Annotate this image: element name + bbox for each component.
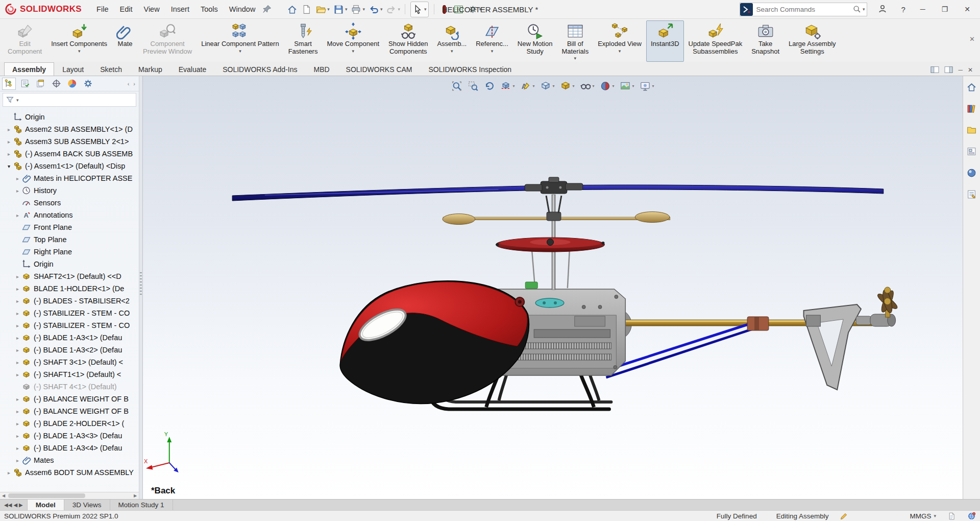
dropdown-caret-icon[interactable]: ▾ [552,84,554,88]
tree-item-annotations-8[interactable]: ▸AAnnotations [0,209,139,221]
move-component-button[interactable]: Move Component▾ [322,20,384,62]
taskpane-custom-properties-button[interactable] [965,187,979,201]
tree-item-balance-weight-of-b-24[interactable]: ▸(-) BALANCE WEIGHT OF B [0,405,139,417]
tree-item-shaft-4-1-default-22[interactable]: (-) SHAFT 4<1> (Default) [0,381,139,393]
panel-tab-propertymanager[interactable] [18,78,32,90]
expand-arrow-icon[interactable]: ▸ [14,286,21,292]
tail-fin[interactable] [804,304,861,390]
tree-item-shaft2-1-default-d-13[interactable]: ▸SHAFT2<1> (Default) <<D [0,270,139,282]
taskpane-file-explorer-button[interactable] [965,123,979,137]
splitter-grip[interactable] [140,272,142,296]
taskpane-view-palette-button[interactable] [965,145,979,158]
tree-horizontal-scrollbar[interactable]: ◀ ▶ [0,492,139,499]
dropdown-caret-icon[interactable]: ▾ [512,84,514,88]
view-orientation-button[interactable]: ▾ [539,80,555,92]
linear-component-pattern-button[interactable]: Linear Component Pattern▾ [197,20,283,62]
smart-fasteners-button[interactable]: SmartFasteners [284,20,323,62]
tree-filter[interactable]: ▾ [3,93,136,107]
new-motion-study-button[interactable]: New MotionStudy [513,20,557,62]
tree-item-shaft1-1-default-21[interactable]: ▸(-) SHAFT1<1> (Default) < [0,368,139,381]
tab-sketch[interactable]: Sketch [92,62,130,76]
expand-arrow-icon[interactable]: ▸ [14,372,21,377]
expand-arrow-icon[interactable]: ▾ [5,163,13,169]
tree-item-origin-12[interactable]: Origin [0,258,139,270]
expand-arrow-icon[interactable]: ▸ [14,445,21,451]
stabilizer-disc[interactable] [496,238,605,252]
tree-item-stabilizer-stem-co-17[interactable]: ▸(-) STABILIZER - STEM - CO [0,319,139,331]
expand-arrow-icon[interactable]: ▸ [5,151,13,157]
tab-mbd[interactable]: MBD [305,62,337,76]
menu-insert[interactable]: Insert [165,2,195,16]
new-doc-button[interactable] [300,2,313,17]
save-caret[interactable]: ▾ [345,7,348,12]
expand-arrow-icon[interactable]: ▸ [14,176,21,181]
boom-clamp[interactable] [747,317,769,330]
tree-item-balance-weight-of-b-23[interactable]: ▸(-) BALANCE WEIGHT OF B [0,393,139,405]
edit-appearance-button[interactable]: ▾ [599,80,616,92]
tree-item-assem2-sub-assembly-1-d-1[interactable]: ▸Assem2 SUB ASSEMBLY<1> (D [0,123,139,135]
display-style-button[interactable]: ▾ [559,80,575,92]
expand-arrow-icon[interactable]: ▸ [14,347,21,353]
undo-button[interactable]: ▾ [367,2,384,17]
collapse-ribbon-icon[interactable]: ✕ [968,66,973,74]
tree-item-blade-1-holder-1-de-14[interactable]: ▸BLADE 1-HOLDER<1> (De [0,282,139,295]
panel-splitter[interactable] [139,76,143,499]
panel-tab-cam-manager[interactable] [81,78,95,90]
minimize-pane-icon[interactable]: ─ [958,66,963,74]
expand-arrow-icon[interactable]: ▸ [14,421,21,427]
edit-component-button[interactable]: EditComponent [3,20,46,62]
tab-solidworks-cam[interactable]: SOLIDWORKS CAM [338,62,421,76]
search-input[interactable] [753,6,852,13]
menu-file[interactable]: File [91,2,114,16]
home-button[interactable] [285,2,299,17]
tree-item-sensors-7[interactable]: Sensors [0,197,139,209]
select-button[interactable]: ▾ [410,2,429,17]
expand-arrow-icon[interactable]: ▸ [14,433,21,439]
tree-item-shaft-3-1-default-20[interactable]: ▸(-) SHAFT 3<1> (Default) < [0,356,139,368]
referenc-button[interactable]: Referenc...▾ [471,20,513,62]
zoom-area-button[interactable] [467,80,479,92]
tab-scroll-start-icon[interactable]: ◀◀ [4,502,12,508]
insert-components-button[interactable]: Insert Components▾ [46,20,112,62]
tab-layout[interactable]: Layout [54,62,92,76]
large-assembly-settings-button[interactable]: Large AssemblySettings [784,20,841,62]
apply-scene-button[interactable]: ▾ [619,80,635,92]
expand-arrow-icon[interactable]: ▸ [14,396,21,402]
taskpane-home-button[interactable] [965,80,979,94]
tab-assembly[interactable]: Assembly [4,62,54,76]
menu-window[interactable]: Window [224,2,261,16]
menu-tools[interactable]: Tools [195,2,224,16]
tree-item-assem3-sub-assembly-2-1-2[interactable]: ▸Assem3 SUB ASSEMBLY 2<1> [0,135,139,148]
tree-item-mates-in-helicopter-asse-5[interactable]: ▸Mates in HELICOPTER ASSE [0,172,139,184]
view-settings-button[interactable]: ▾ [639,80,655,92]
tree-item-history-6[interactable]: ▸History [0,184,139,197]
helicopter-model[interactable]: Y X [143,76,963,499]
dropdown-caret-icon[interactable]: ▾ [652,84,654,88]
select-caret[interactable]: ▾ [424,7,427,12]
tree-item-origin-0[interactable]: Origin [0,111,139,123]
tree-item-stabilizer-stem-co-16[interactable]: ▸(-) STABILIZER - STEM - CO [0,307,139,319]
web-help-icon[interactable] [967,512,976,520]
menu-view[interactable]: View [138,2,165,16]
expand-arrow-icon[interactable]: ▸ [14,409,21,414]
print-caret[interactable]: ▾ [362,7,365,12]
login-button[interactable] [874,3,891,16]
panel-tab-displaymanager[interactable] [65,78,79,90]
undo-caret[interactable]: ▾ [380,7,383,12]
pane-right-icon[interactable] [944,66,953,74]
redo-caret[interactable]: ▾ [398,7,400,12]
expand-arrow-icon[interactable]: ▸ [14,458,21,463]
restore-button[interactable]: ❐ [937,4,953,14]
take-snapshot-button[interactable]: TakeSnapshot [747,20,784,62]
open-caret[interactable]: ▾ [327,7,330,12]
tab-solidworks-inspection[interactable]: SOLIDWORKS Inspection [421,62,520,76]
tab-scroll-next-icon[interactable]: ▶ [19,502,23,508]
tree-item-mates-28[interactable]: ▸Mates [0,454,139,466]
exploded-view-button[interactable]: Exploded View▾ [593,20,646,62]
expand-arrow-icon[interactable]: ▸ [5,139,13,145]
scroll-thumb[interactable] [8,493,85,498]
doc-properties-icon[interactable] [947,512,956,520]
instant3d-button[interactable]: Instant3D [646,20,684,62]
tree-item-front-plane-9[interactable]: Front Plane [0,221,139,233]
taskpane-appearances-button[interactable] [965,166,979,180]
